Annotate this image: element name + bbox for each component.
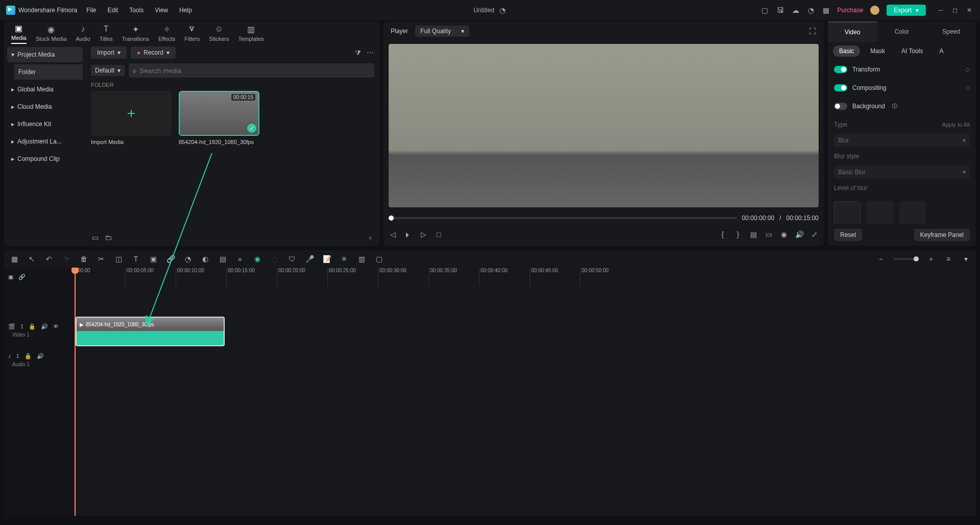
cut-icon[interactable]: ✂	[96, 255, 106, 263]
tab-media[interactable]: ▣Media	[11, 22, 27, 44]
tab-templates[interactable]: ▥Templates	[238, 23, 264, 44]
zoom-in-icon[interactable]: +	[926, 255, 936, 263]
video-preview[interactable]	[389, 44, 819, 207]
blur-level-40[interactable]	[867, 201, 893, 224]
sidebar-item-project-media[interactable]: ▾Project Media	[7, 47, 83, 62]
frame-icon[interactable]: ▢	[374, 255, 384, 263]
play-back-icon[interactable]: ⏵	[404, 230, 412, 238]
filter-icon[interactable]: ⧩	[354, 49, 362, 57]
shield-icon[interactable]: 🛡	[287, 255, 297, 263]
keyframe-panel-button[interactable]: Keyframe Panel	[914, 229, 970, 241]
compositing-row[interactable]: Compositing◇	[834, 79, 970, 97]
import-media-card[interactable]: + Import Media	[91, 91, 172, 145]
adjust-icon[interactable]: ✳	[339, 255, 349, 263]
text-icon[interactable]: T	[131, 255, 141, 263]
keyframe-diamond-icon[interactable]: ◇	[965, 66, 970, 73]
menu-view[interactable]: View	[155, 7, 168, 14]
rtab-speed[interactable]: Speed	[926, 21, 976, 42]
undo-icon[interactable]: ↶	[44, 255, 54, 263]
nest-icon[interactable]: ▣	[8, 274, 13, 280]
copy-icon[interactable]: ▣	[148, 255, 158, 263]
timeline-clip[interactable]: ▶854204-hd_1920_1080_30fps	[76, 317, 225, 346]
more-icon[interactable]: »	[235, 255, 245, 263]
layout-icon[interactable]: ▢	[761, 6, 769, 14]
sidebar-item-cloud-media[interactable]: ▸Cloud Media	[7, 99, 83, 114]
collapse-icon[interactable]: ‹	[366, 233, 374, 242]
time-ruler[interactable]: |00:00 00:00:05:00 00:00:10:00 00:00:15:…	[75, 268, 976, 286]
sync-icon[interactable]: ◔	[183, 255, 193, 263]
new-folder-icon[interactable]: ▭	[91, 233, 99, 242]
notes-icon[interactable]: 📝	[322, 255, 332, 263]
more-icon[interactable]: ⋯	[366, 49, 374, 57]
bell-icon[interactable]: ◔	[807, 6, 815, 14]
snapshot-icon[interactable]: ⛶	[808, 27, 817, 35]
grid-icon[interactable]: ▦	[9, 255, 19, 263]
zoom-slider[interactable]	[893, 258, 919, 260]
subtab-more[interactable]: A	[933, 45, 949, 57]
play-icon[interactable]: ▷	[419, 230, 427, 238]
crop-icon[interactable]: ◫	[113, 255, 124, 263]
search-field[interactable]	[139, 67, 370, 75]
blur-level-60[interactable]	[899, 201, 926, 224]
menu-tools[interactable]: Tools	[129, 7, 144, 14]
subtab-basic[interactable]: Basic	[833, 45, 860, 57]
export-button[interactable]: Export ▾	[887, 5, 926, 16]
camera-icon[interactable]: ◉	[780, 230, 788, 238]
mark-in-icon[interactable]: {	[719, 230, 727, 238]
compositing-toggle[interactable]	[834, 84, 847, 91]
sidebar-item-global-media[interactable]: ▸Global Media	[7, 82, 83, 97]
display-icon[interactable]: ▭	[764, 230, 773, 238]
mark-out-icon[interactable]: }	[734, 230, 742, 238]
freeze-icon[interactable]: ▤	[218, 255, 228, 263]
import-button[interactable]: Import▾	[91, 46, 127, 59]
redo-icon[interactable]: ↷	[61, 255, 71, 263]
purchase-link[interactable]: Purchase	[838, 7, 864, 14]
dim1-icon[interactable]: ◌	[270, 255, 280, 263]
settings-down-icon[interactable]: ▾	[961, 255, 971, 263]
background-toggle[interactable]	[834, 103, 847, 110]
sidebar-item-folder[interactable]: Folder	[14, 64, 83, 80]
record-button[interactable]: ●Record▾	[131, 46, 176, 59]
tab-stickers[interactable]: ☺Stickers	[209, 23, 229, 44]
tab-audio[interactable]: ♪Audio	[76, 23, 90, 44]
keyframe-diamond-icon[interactable]: ◇	[965, 84, 970, 91]
zoom-out-icon[interactable]: −	[876, 255, 886, 263]
volume-icon[interactable]: 🔊	[795, 230, 803, 238]
cloud-icon[interactable]: ☁	[792, 6, 800, 14]
mute-icon[interactable]: 🔊	[37, 353, 44, 360]
close-button[interactable]: ✕	[965, 7, 974, 14]
split-icon[interactable]: ▥	[356, 255, 367, 263]
avatar[interactable]	[870, 6, 879, 15]
reset-button[interactable]: Reset	[834, 229, 862, 241]
link-icon[interactable]: 🔗	[18, 274, 26, 280]
speed-icon[interactable]: ◐	[200, 255, 210, 263]
type-select[interactable]: Blur▾	[834, 134, 970, 147]
search-input[interactable]: ⌕	[129, 63, 374, 78]
marker-icon[interactable]: ▤	[749, 230, 757, 238]
fit-icon[interactable]: ≡	[943, 255, 953, 263]
prev-frame-icon[interactable]: ◁	[389, 230, 397, 238]
menu-edit[interactable]: Edit	[108, 7, 118, 14]
transform-toggle[interactable]	[834, 66, 847, 73]
sort-select[interactable]: Default▾	[91, 65, 125, 76]
apps-icon[interactable]: ▦	[822, 6, 830, 14]
link-icon[interactable]: 🔗	[165, 255, 176, 263]
lock-icon[interactable]: 🔒	[29, 323, 36, 330]
apply-all-button[interactable]: Apply to All	[942, 122, 970, 128]
timeline-area[interactable]: |00:00 00:00:05:00 00:00:10:00 00:00:15:…	[75, 268, 976, 516]
marker-green-icon[interactable]: ◉	[252, 255, 262, 263]
tab-effects[interactable]: ✧Effects	[158, 23, 175, 44]
restore-button[interactable]: ◻	[950, 7, 960, 14]
delete-icon[interactable]: 🗑	[79, 255, 89, 263]
blur-level-20[interactable]	[834, 201, 861, 224]
media-clip-card[interactable]: 00:00:15 ✓ 854204-hd_1920_1080_30fps	[179, 91, 259, 145]
tab-titles[interactable]: TTitles	[100, 23, 113, 44]
rtab-color[interactable]: Color	[877, 21, 927, 42]
playhead[interactable]	[75, 268, 76, 516]
tab-transitions[interactable]: ✦Transitions	[122, 23, 149, 44]
rtab-video[interactable]: Video	[828, 21, 877, 42]
folder-icon[interactable]: 🗀	[104, 233, 112, 242]
blur-style-select[interactable]: Basic Blur▾	[834, 165, 970, 179]
mute-icon[interactable]: 🔊	[41, 323, 48, 330]
sidebar-item-compound-clip[interactable]: ▸Compound Clip	[7, 151, 83, 166]
